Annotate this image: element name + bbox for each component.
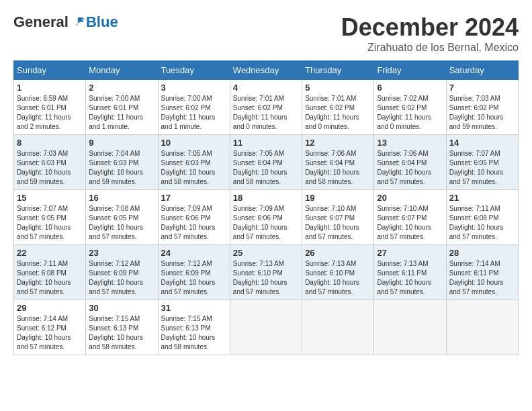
day-number: 1 [17, 83, 83, 93]
day-number: 24 [161, 248, 227, 258]
day-number: 27 [377, 248, 443, 258]
day-number: 25 [233, 248, 299, 258]
day-number: 23 [89, 248, 154, 258]
calendar-day-cell: 26Sunrise: 7:13 AMSunset: 6:10 PMDayligh… [302, 245, 374, 300]
weekday-header: Friday [374, 61, 446, 80]
weekday-header: Wednesday [230, 61, 302, 80]
day-info: Sunrise: 7:15 AMSunset: 6:13 PMDaylight:… [161, 314, 227, 352]
calendar-week-row: 15Sunrise: 7:07 AMSunset: 6:05 PMDayligh… [14, 190, 519, 245]
calendar-day-cell: 13Sunrise: 7:06 AMSunset: 6:04 PMDayligh… [374, 135, 446, 190]
day-number: 19 [305, 193, 371, 203]
calendar-day-cell: 2Sunrise: 7:00 AMSunset: 6:01 PMDaylight… [86, 80, 158, 135]
calendar-day-cell: 22Sunrise: 7:11 AMSunset: 6:08 PMDayligh… [14, 245, 86, 300]
logo: General Blue [13, 13, 118, 31]
calendar-day-cell: 1Sunrise: 6:59 AMSunset: 6:01 PMDaylight… [14, 80, 86, 135]
calendar-day-cell: 4Sunrise: 7:01 AMSunset: 6:02 PMDaylight… [230, 80, 302, 135]
day-number: 5 [305, 83, 371, 93]
calendar-day-cell: 12Sunrise: 7:06 AMSunset: 6:04 PMDayligh… [302, 135, 374, 190]
day-info: Sunrise: 7:13 AMSunset: 6:11 PMDaylight:… [377, 259, 443, 297]
day-number: 28 [449, 248, 515, 258]
calendar-day-cell [302, 300, 374, 355]
day-info: Sunrise: 7:03 AMSunset: 6:03 PMDaylight:… [17, 149, 83, 187]
day-info: Sunrise: 7:03 AMSunset: 6:02 PMDaylight:… [449, 94, 515, 132]
day-info: Sunrise: 7:06 AMSunset: 6:04 PMDaylight:… [377, 149, 443, 187]
calendar-day-cell: 5Sunrise: 7:01 AMSunset: 6:02 PMDaylight… [302, 80, 374, 135]
weekday-header: Sunday [14, 61, 86, 80]
calendar-day-cell: 15Sunrise: 7:07 AMSunset: 6:05 PMDayligh… [14, 190, 86, 245]
day-number: 16 [89, 193, 154, 203]
logo-bird-icon [70, 14, 86, 30]
day-info: Sunrise: 7:13 AMSunset: 6:10 PMDaylight:… [305, 259, 371, 297]
day-info: Sunrise: 7:14 AMSunset: 6:12 PMDaylight:… [17, 314, 83, 352]
day-info: Sunrise: 7:04 AMSunset: 6:03 PMDaylight:… [89, 149, 154, 187]
calendar-day-cell [230, 300, 302, 355]
day-info: Sunrise: 7:00 AMSunset: 6:02 PMDaylight:… [161, 94, 227, 132]
day-info: Sunrise: 7:02 AMSunset: 6:02 PMDaylight:… [377, 94, 443, 132]
day-number: 12 [305, 138, 371, 148]
weekday-header: Monday [86, 61, 158, 80]
day-info: Sunrise: 7:15 AMSunset: 6:13 PMDaylight:… [89, 314, 154, 352]
day-info: Sunrise: 7:05 AMSunset: 6:03 PMDaylight:… [161, 149, 227, 187]
calendar-week-row: 1Sunrise: 6:59 AMSunset: 6:01 PMDaylight… [14, 80, 519, 135]
day-number: 4 [233, 83, 299, 93]
day-number: 14 [449, 138, 515, 148]
calendar-day-cell: 7Sunrise: 7:03 AMSunset: 6:02 PMDaylight… [446, 80, 518, 135]
day-info: Sunrise: 6:59 AMSunset: 6:01 PMDaylight:… [17, 94, 83, 132]
day-number: 9 [89, 138, 154, 148]
day-info: Sunrise: 7:09 AMSunset: 6:06 PMDaylight:… [161, 204, 227, 242]
day-info: Sunrise: 7:01 AMSunset: 6:02 PMDaylight:… [233, 94, 299, 132]
calendar-day-cell: 3Sunrise: 7:00 AMSunset: 6:02 PMDaylight… [158, 80, 230, 135]
calendar-day-cell: 30Sunrise: 7:15 AMSunset: 6:13 PMDayligh… [86, 300, 158, 355]
day-number: 13 [377, 138, 443, 148]
calendar-day-cell [446, 300, 518, 355]
calendar-day-cell: 8Sunrise: 7:03 AMSunset: 6:03 PMDaylight… [14, 135, 86, 190]
day-info: Sunrise: 7:05 AMSunset: 6:04 PMDaylight:… [233, 149, 299, 187]
day-info: Sunrise: 7:10 AMSunset: 6:07 PMDaylight:… [377, 204, 443, 242]
title-block: December 2024 Zirahuato de los Bernal, M… [341, 13, 519, 54]
day-number: 22 [17, 248, 83, 258]
day-number: 11 [233, 138, 299, 148]
calendar-day-cell: 25Sunrise: 7:13 AMSunset: 6:10 PMDayligh… [230, 245, 302, 300]
calendar-day-cell: 17Sunrise: 7:09 AMSunset: 6:06 PMDayligh… [158, 190, 230, 245]
calendar-week-row: 22Sunrise: 7:11 AMSunset: 6:08 PMDayligh… [14, 245, 519, 300]
page-header: General Blue December 2024 Zirahuato de … [13, 13, 519, 54]
calendar-day-cell: 20Sunrise: 7:10 AMSunset: 6:07 PMDayligh… [374, 190, 446, 245]
month-title: December 2024 [341, 13, 519, 42]
day-info: Sunrise: 7:10 AMSunset: 6:07 PMDaylight:… [305, 204, 371, 242]
day-info: Sunrise: 7:07 AMSunset: 6:05 PMDaylight:… [449, 149, 515, 187]
day-number: 6 [377, 83, 443, 93]
weekday-header: Thursday [302, 61, 374, 80]
day-info: Sunrise: 7:12 AMSunset: 6:09 PMDaylight:… [89, 259, 154, 297]
weekday-header: Tuesday [158, 61, 230, 80]
day-number: 20 [377, 193, 443, 203]
calendar-day-cell: 11Sunrise: 7:05 AMSunset: 6:04 PMDayligh… [230, 135, 302, 190]
calendar-day-cell: 18Sunrise: 7:09 AMSunset: 6:06 PMDayligh… [230, 190, 302, 245]
logo-general: General [13, 13, 69, 31]
day-info: Sunrise: 7:12 AMSunset: 6:09 PMDaylight:… [161, 259, 227, 297]
day-info: Sunrise: 7:00 AMSunset: 6:01 PMDaylight:… [89, 94, 154, 132]
day-number: 17 [161, 193, 227, 203]
day-number: 15 [17, 193, 83, 203]
weekday-header: Saturday [446, 61, 518, 80]
calendar-table: SundayMondayTuesdayWednesdayThursdayFrid… [13, 60, 519, 355]
day-number: 2 [89, 83, 154, 93]
calendar-day-cell: 29Sunrise: 7:14 AMSunset: 6:12 PMDayligh… [14, 300, 86, 355]
calendar-day-cell: 6Sunrise: 7:02 AMSunset: 6:02 PMDaylight… [374, 80, 446, 135]
logo-blue: Blue [86, 13, 118, 31]
day-info: Sunrise: 7:08 AMSunset: 6:05 PMDaylight:… [89, 204, 154, 242]
day-number: 30 [89, 303, 154, 313]
day-info: Sunrise: 7:07 AMSunset: 6:05 PMDaylight:… [17, 204, 83, 242]
day-number: 3 [161, 83, 227, 93]
day-number: 31 [161, 303, 227, 313]
day-info: Sunrise: 7:11 AMSunset: 6:08 PMDaylight:… [17, 259, 83, 297]
calendar-day-cell: 31Sunrise: 7:15 AMSunset: 6:13 PMDayligh… [158, 300, 230, 355]
calendar-day-cell: 27Sunrise: 7:13 AMSunset: 6:11 PMDayligh… [374, 245, 446, 300]
calendar-day-cell: 24Sunrise: 7:12 AMSunset: 6:09 PMDayligh… [158, 245, 230, 300]
calendar-week-row: 8Sunrise: 7:03 AMSunset: 6:03 PMDaylight… [14, 135, 519, 190]
calendar-day-cell: 14Sunrise: 7:07 AMSunset: 6:05 PMDayligh… [446, 135, 518, 190]
day-info: Sunrise: 7:11 AMSunset: 6:08 PMDaylight:… [449, 204, 515, 242]
calendar-day-cell: 16Sunrise: 7:08 AMSunset: 6:05 PMDayligh… [86, 190, 158, 245]
calendar-day-cell: 23Sunrise: 7:12 AMSunset: 6:09 PMDayligh… [86, 245, 158, 300]
calendar-week-row: 29Sunrise: 7:14 AMSunset: 6:12 PMDayligh… [14, 300, 519, 355]
day-number: 7 [449, 83, 515, 93]
